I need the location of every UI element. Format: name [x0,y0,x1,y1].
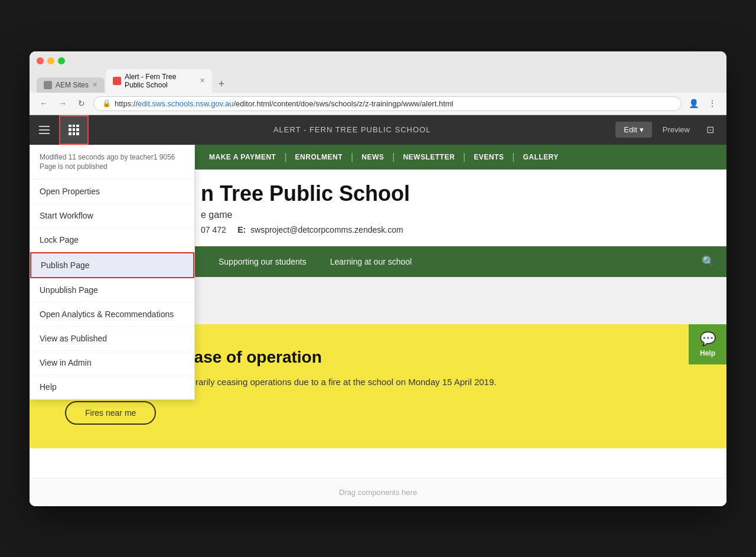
address-bar[interactable]: 🔒 https://edit.sws.schools.nsw.gov.au/ed… [93,96,682,111]
url-domain-highlight: edit.sws.schools.nsw.gov.au [138,99,233,108]
back-button[interactable]: ← [37,96,51,110]
menu-meta: Modified 11 seconds ago by teacher1 9056… [30,145,194,180]
menu-item-help[interactable]: Help [30,375,194,399]
school-tagline: e game [201,210,715,220]
aem-actions: Edit ▾ Preview ⊡ [615,120,726,139]
menu-item-view-in-admin[interactable]: View in Admin [30,351,194,375]
page-content: Modified 11 seconds ago by teacher1 9056… [30,145,726,506]
svg-rect-0 [39,126,50,127]
menu-item-publish-page[interactable]: Publish Page [30,252,194,278]
menu-button[interactable]: ⋮ [705,96,719,110]
grid-menu-button[interactable] [59,115,89,145]
minimize-traffic-light[interactable] [47,57,54,64]
search-icon[interactable]: 🔍 [690,255,726,268]
tab-aem-sites-icon [44,81,52,89]
preview-label: Preview [663,125,690,134]
grid-icon [69,125,79,135]
edit-label: Edit [624,125,637,134]
tabs-bar: AEM Sites ✕ Alert - Fern Tree Public Sch… [37,69,719,93]
new-tab-button[interactable]: + [213,76,230,93]
extensions-button[interactable]: 👤 [686,96,700,110]
aem-page-title: ALERT - FERN TREE PUBLIC SCHOOL [89,125,615,134]
browser-chrome: AEM Sites ✕ Alert - Fern Tree Public Sch… [30,51,726,93]
tab-aem-sites[interactable]: AEM Sites ✕ [37,77,105,93]
menu-item-view-as-published[interactable]: View as Published [30,327,194,351]
help-widget[interactable]: 💬 Help [689,324,726,364]
nav-make-payment[interactable]: MAKE A PAYMENT [201,153,284,161]
lock-icon: 🔒 [102,99,111,108]
menu-item-open-properties[interactable]: Open Properties [30,180,194,204]
below-alert-section [30,448,726,478]
aem-top-bar: ALERT - FERN TREE PUBLIC SCHOOL Edit ▾ P… [30,115,726,145]
menu-meta-line1: Modified 11 seconds ago by teacher1 9056 [40,152,185,162]
menu-supporting-students[interactable]: Supporting our students [207,246,318,277]
svg-rect-1 [39,129,50,131]
aem-share-icon[interactable]: ⊡ [700,120,719,139]
tab-alert-icon [113,77,121,85]
preview-button[interactable]: Preview [654,122,698,138]
reload-button[interactable]: ↻ [74,96,89,110]
browser-window: AEM Sites ✕ Alert - Fern Tree Public Sch… [30,51,726,506]
school-email: swsproject@detcorpcomms.zendesk.com [250,225,403,234]
fires-near-me-button[interactable]: Fires near me [65,401,156,425]
menu-item-unpublish-page[interactable]: Unpublish Page [30,278,194,302]
menu-learning-at-school[interactable]: Learning at our school [318,246,424,277]
forward-button[interactable]: → [56,96,70,110]
edit-button[interactable]: Edit ▾ [615,122,651,138]
nav-events[interactable]: EVENTS [465,153,512,161]
tab-alert-label: Alert - Fern Tree Public School [125,73,196,89]
menu-item-open-analytics[interactable]: Open Analytics & Recommendations [30,302,194,327]
fullscreen-traffic-light[interactable] [58,57,65,64]
url-domain: https:// [115,99,138,108]
drag-zone: Drag components here [30,478,726,506]
nav-newsletter[interactable]: NEWSLETTER [395,153,463,161]
menu-item-start-workflow[interactable]: Start Workflow [30,204,194,228]
close-traffic-light[interactable] [37,57,44,64]
tab-alert-close[interactable]: ✕ [200,77,205,84]
nav-news[interactable]: NEWS [353,153,392,161]
tab-aem-sites-close[interactable]: ✕ [92,81,97,89]
dropdown-menu: Modified 11 seconds ago by teacher1 9056… [30,145,195,400]
nav-gallery[interactable]: GALLERY [514,153,566,161]
nav-enrolment[interactable]: ENROLMENT [287,153,351,161]
email-label: E: [237,225,246,234]
school-title: n Tree Public School [201,181,715,206]
edit-chevron-icon: ▾ [640,125,644,134]
school-contact: 07 472 E: swsproject@detcorpcomms.zendes… [201,225,715,234]
tab-aem-sites-label: AEM Sites [56,81,89,89]
traffic-lights [37,57,719,64]
sidebar-toggle-button[interactable] [30,115,59,145]
help-chat-icon: 💬 [700,331,716,347]
url-path: /editor.html/content/doe/sws/schools/z/z… [233,99,453,108]
url-text: https://edit.sws.schools.nsw.gov.au/edit… [115,99,453,108]
help-widget-label: Help [700,349,715,357]
school-phone: 07 472 [201,225,226,234]
menu-meta-line2: Page is not published [40,162,185,172]
tab-alert-fern[interactable]: Alert - Fern Tree Public School ✕ [106,69,212,93]
menu-item-lock-page[interactable]: Lock Page [30,228,194,252]
address-bar-row: ← → ↻ 🔒 https://edit.sws.schools.nsw.gov… [30,93,726,115]
svg-rect-2 [39,133,50,134]
